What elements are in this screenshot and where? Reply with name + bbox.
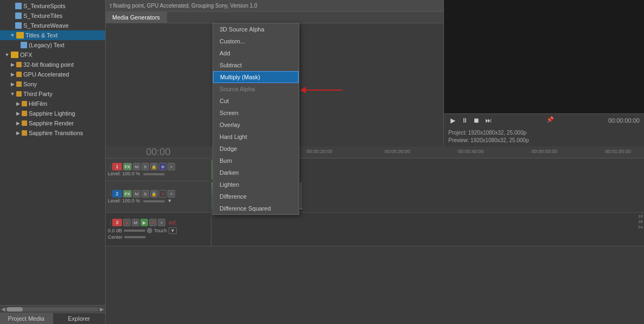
db-slider[interactable] (124, 230, 145, 232)
db-knob[interactable] (147, 228, 152, 233)
tree-item-sapphire-lighting[interactable]: ▶ Sapphire Lighting (0, 109, 105, 118)
arrow-head (300, 87, 306, 93)
track-3-bottom: 0.0 dB Touch ▼ (108, 227, 209, 234)
track-expand-btn-2[interactable]: + (168, 190, 175, 198)
sidebar-scrollbar[interactable]: ◀ ▶ (0, 305, 105, 313)
folder-icon (16, 91, 22, 97)
folder-icon (11, 52, 18, 58)
track-1-controls: ⋮ 1 FX M S 🔒 ⊕ + Level: 100.0 % (106, 158, 211, 181)
tree-item-s-texturetiles[interactable]: S_TextureTiles (0, 11, 105, 21)
tree-item-ofx[interactable]: ▼ OFX (0, 50, 105, 60)
tree-item-sapphire-render[interactable]: ▶ Sapphire Render (0, 118, 105, 128)
track-solo-btn-3[interactable]: ⊘ (149, 219, 157, 226)
scroll-thumb[interactable] (7, 307, 23, 312)
tree-item-sapphire-transitions[interactable]: ▶ Sapphire Transitions (0, 128, 105, 138)
timeline-ruler-row: 00:00 +10:00 00:00:10:00 00:00:20:00 00:… (106, 147, 644, 158)
touch-dropdown[interactable]: ▼ (169, 227, 177, 234)
plugin-icon (15, 12, 22, 19)
sidebar-tabs: Project Media Explorer (0, 313, 105, 324)
track-record-btn[interactable]: ● (123, 219, 131, 226)
menu-item-screen[interactable]: Screen (213, 107, 299, 119)
play-button[interactable]: ▶ (448, 116, 457, 125)
menu-item-difference-squared[interactable]: Difference Squared (213, 202, 299, 214)
info-bar: t floating point, GPU Accelerated, Group… (106, 0, 443, 12)
tree-item-hitfilm[interactable]: ▶ HitFilm (0, 99, 105, 109)
scroll-left-btn[interactable]: ◀ (1, 306, 5, 312)
ruler-time-6: 00:01:00:00 (605, 149, 631, 154)
tree-item-gpu[interactable]: ▶ GPU Accelerated (0, 69, 105, 79)
menu-item-difference[interactable]: Difference (213, 190, 299, 202)
track-mute-btn-2[interactable]: M (133, 190, 140, 198)
tree-item-third-party[interactable]: ▼ Third Party (0, 89, 105, 99)
track-mute-btn-3[interactable]: M (132, 219, 139, 226)
fast-forward-button[interactable]: ⏭ (484, 116, 493, 125)
expand-arrow-icon: ▶ (15, 130, 21, 136)
level-slider-1[interactable] (143, 173, 165, 175)
pause-button[interactable]: ⏸ (460, 116, 469, 125)
track-expand-btn-1[interactable]: + (168, 163, 175, 170)
level-slider-2[interactable] (143, 200, 165, 202)
tree-item-s-texturespots[interactable]: S_TextureSpots (0, 1, 105, 11)
menu-item-multiply-mask[interactable]: Multiply (Mask) (213, 71, 299, 83)
track-fx-btn-2[interactable]: FX (123, 190, 132, 198)
tab-project-media[interactable]: Project Media (0, 313, 53, 324)
track-lock-btn-3[interactable]: + (158, 219, 165, 226)
track-composite-btn-1[interactable]: ⊕ (159, 163, 166, 170)
track-mute-btn-1[interactable]: M (133, 163, 140, 170)
folder-icon (16, 81, 22, 87)
menu-item-lighten[interactable]: Lighten (213, 179, 299, 190)
track-arm-btn[interactable]: ▶ (140, 219, 148, 226)
tree-item-legacy-text[interactable]: (Legacy) Text (0, 40, 105, 50)
tab-explorer[interactable]: Explorer (53, 313, 106, 324)
scroll-track[interactable] (7, 307, 99, 312)
tree-item-s-textureweave[interactable]: S_TextureWeave (0, 21, 105, 30)
tree-item-titles-text[interactable]: ▼ Titles & Text (0, 30, 105, 40)
marker-18: 18 (638, 214, 643, 219)
track-row-2: ⋮ 2 FX M S 🔒 ⊘ + Level: 100.0 % (106, 181, 644, 213)
track-solo-btn-1[interactable]: S (141, 163, 149, 170)
folder-icon (16, 72, 22, 77)
tree-item-32bit[interactable]: ▶ 32-bit floating point (0, 60, 105, 69)
menu-item-add[interactable]: Add (213, 47, 299, 59)
expand-arrow-icon: ▶ (10, 72, 15, 77)
menu-item-overlay[interactable]: Overlay (213, 119, 299, 131)
track-fx-btn-1[interactable]: FX (123, 163, 132, 170)
plugin-icon (15, 22, 22, 29)
track-lock-btn-1[interactable]: 🔒 (150, 163, 158, 170)
menu-item-hard-light[interactable]: Hard Light (213, 131, 299, 143)
menu-item-source-alpha[interactable]: Source Alpha (213, 83, 299, 95)
tree-label: S_TextureWeave (23, 22, 69, 29)
tree-item-sony[interactable]: ▶ Sony (0, 79, 105, 89)
tree-label: S_TextureSpots (23, 3, 66, 9)
arrow-indicator (305, 90, 343, 91)
tab-media-generators[interactable]: Media Generators (106, 12, 167, 23)
sidebar-tree: S_TextureSpots S_TextureTiles S_TextureW… (0, 0, 105, 305)
ruler-time-5: 00:00:50:00 (532, 149, 558, 154)
scroll-right-btn[interactable]: ▶ (100, 306, 104, 312)
pan-slider[interactable] (124, 236, 146, 238)
track-drag-handle-2: ⋮ (108, 191, 111, 196)
folder-icon (16, 62, 22, 67)
menu-item-subtract[interactable]: Subtract (213, 59, 299, 71)
menu-item-burn[interactable]: Burn (213, 155, 299, 167)
center-label: Center (108, 234, 123, 240)
stop-button[interactable]: ⏹ (472, 116, 481, 125)
menu-item-cut[interactable]: Cut (213, 95, 299, 107)
menu-item-3d-source-alpha[interactable]: 3D Source Alpha (213, 23, 299, 35)
expand-arrow-icon: ▼ (10, 91, 15, 97)
tree-label: Third Party (23, 91, 53, 97)
track-lock-btn-2[interactable]: 🔒 (150, 190, 158, 198)
pin-icon: 📌 (546, 116, 554, 123)
timecode-display-large: 00:00 (106, 147, 211, 158)
track-composite-btn-2[interactable]: ⊘ (159, 190, 166, 198)
track-1-top: ⋮ 1 FX M S 🔒 ⊕ + (108, 163, 209, 170)
project-resolution: Project: 1920x1080x32, 25.000p (448, 129, 640, 137)
menu-item-dodge[interactable]: Dodge (213, 143, 299, 155)
track-row-1: ⋮ 1 FX M S 🔒 ⊕ + Level: 100.0 % (106, 158, 644, 181)
menu-item-darken[interactable]: Darken (213, 167, 299, 179)
top-area: t floating point, GPU Accelerated, Group… (106, 0, 644, 147)
track-solo-btn-2[interactable]: S (141, 190, 149, 198)
tree-label: HitFilm (29, 100, 47, 107)
menu-item-custom[interactable]: Custom... (213, 35, 299, 47)
expand-arrow-icon: ▶ (15, 120, 21, 126)
